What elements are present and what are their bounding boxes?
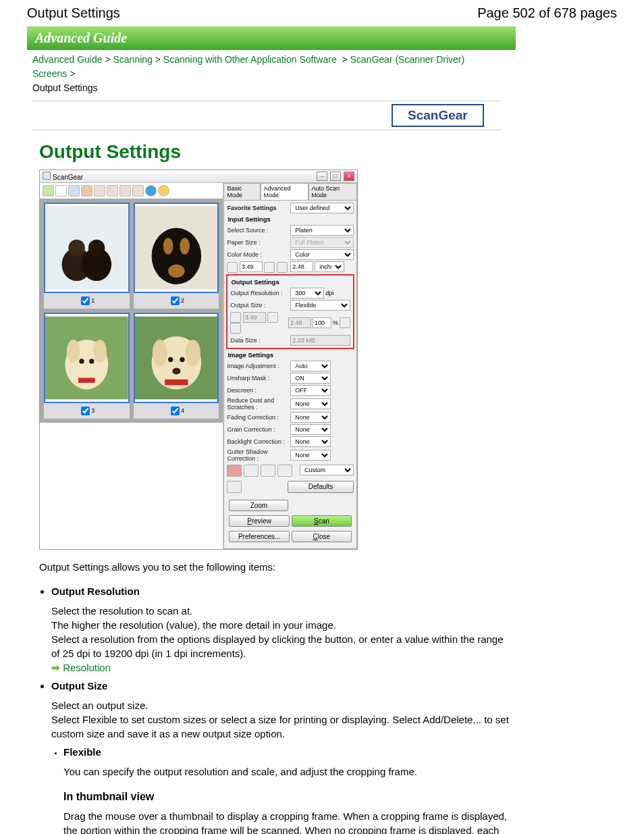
svg-rect-16 (78, 377, 95, 382)
image-setting-select[interactable]: None (290, 412, 331, 423)
final-review-icon[interactable] (227, 481, 242, 493)
image-setting-label: Gutter Shadow Correction : (227, 448, 290, 462)
image-setting-select[interactable]: None (290, 424, 331, 435)
arrow-icon: ➡ (51, 662, 60, 673)
svg-point-12 (67, 340, 80, 363)
input-unit-select[interactable]: inches (315, 261, 344, 272)
page-title: Output Settings (27, 5, 120, 21)
svg-point-8 (180, 238, 190, 255)
close-app-button[interactable]: CloseClose (292, 531, 352, 542)
guide-banner: Advanced Guide (27, 26, 516, 50)
thumbnail-2[interactable]: 2 (134, 203, 219, 309)
histogram-icon[interactable] (261, 465, 275, 477)
page-indicator: Page 502 of 678 pages (477, 5, 617, 21)
maximize-button[interactable]: □ (330, 172, 341, 181)
output-size-label: Output Size : (230, 302, 290, 309)
toolbar-icon[interactable] (81, 185, 92, 197)
image-setting-label: Descreen : (227, 387, 290, 394)
image-setting-select[interactable]: None (290, 450, 331, 461)
favorite-settings-select[interactable]: User defined (290, 203, 354, 213)
thumb-checkbox-3[interactable] (81, 407, 90, 415)
image-setting-select[interactable]: None (290, 398, 331, 409)
res-desc-3: Select a resolution from the options dis… (51, 632, 512, 660)
output-width-field (243, 312, 266, 323)
tab-advanced-mode[interactable]: Advanced Mode (261, 183, 308, 200)
svg-rect-0 (45, 207, 128, 290)
thumbnail-view-desc: Drag the mouse over a thumbnail to displ… (63, 809, 512, 834)
resolution-link[interactable]: Resolution (63, 662, 111, 673)
thumb-checkbox-2[interactable] (171, 296, 180, 305)
svg-point-23 (172, 368, 180, 375)
preview-button[interactable]: PPreviewreview (229, 515, 289, 527)
help-icon[interactable] (158, 185, 169, 197)
image-setting-label: Unsharp Mask : (227, 375, 290, 382)
window-title: ScanGear (53, 174, 83, 181)
custom-select[interactable]: Custom (300, 465, 354, 475)
output-size-heading: Output Size (51, 680, 107, 692)
image-setting-select[interactable]: None (290, 436, 331, 447)
toolbar-icon[interactable] (132, 185, 144, 197)
toolbar-icon[interactable] (94, 185, 105, 197)
breadcrumb-link-scanning-other-app[interactable]: Scanning with Other Application Software (163, 54, 337, 65)
image-setting-select[interactable]: ON (290, 373, 331, 384)
image-setting-select[interactable]: OFF (290, 385, 331, 396)
info-icon[interactable] (145, 185, 157, 197)
svg-point-4 (88, 240, 105, 257)
thumbnail-1[interactable]: 1 (44, 203, 130, 309)
close-button[interactable]: × (344, 172, 354, 181)
tab-basic-mode[interactable]: Basic Mode (223, 183, 260, 200)
breadcrumb-link-advanced-guide[interactable]: Advanced Guide (32, 54, 103, 65)
svg-point-14 (79, 359, 84, 363)
breadcrumb: Advanced Guide > Scanning > Scanning wit… (27, 50, 483, 98)
output-scale-field[interactable] (313, 317, 331, 328)
svg-point-20 (186, 340, 200, 366)
breadcrumb-sep: > (105, 54, 110, 65)
toolbar-icon[interactable] (55, 185, 67, 197)
window-titlebar: ScanGear – □ × (40, 170, 357, 183)
svg-point-19 (152, 340, 167, 366)
data-size-value (290, 335, 350, 346)
scan-button[interactable]: ScanScan (292, 515, 352, 527)
brightness-icon[interactable] (244, 465, 259, 477)
zoom-button[interactable]: Zoom (229, 500, 288, 511)
input-width-field[interactable] (240, 261, 263, 272)
thumb-checkbox-4[interactable] (171, 407, 180, 415)
minimize-button[interactable]: – (317, 172, 327, 181)
image-settings-head: Image Settings (225, 350, 355, 360)
breadcrumb-sep: > (342, 54, 347, 65)
color-adjust-icon[interactable] (227, 465, 242, 477)
svg-point-3 (68, 240, 85, 257)
output-size-field[interactable]: Flexible (290, 300, 350, 311)
swap-icon[interactable] (264, 262, 275, 273)
toolbar-icon[interactable] (68, 185, 80, 197)
color-mode-field[interactable]: Color (290, 249, 354, 260)
input-height-field[interactable] (290, 261, 313, 272)
toolbar-icon[interactable] (107, 185, 118, 197)
thumbnail-3[interactable]: 3 (44, 313, 130, 419)
orientation-icon[interactable] (340, 317, 350, 328)
breadcrumb-sep: > (155, 54, 161, 65)
image-setting-select[interactable]: Auto (290, 361, 331, 371)
output-settings-head: Output Settings (229, 277, 352, 287)
tone-curve-icon[interactable] (277, 465, 292, 477)
image-setting-label: Image Adjustment : (227, 363, 290, 369)
thumbnail-4[interactable]: 4 (134, 313, 219, 419)
breadcrumb-link-scanning[interactable]: Scanning (113, 54, 153, 65)
defaults-button[interactable]: Defaults (288, 481, 354, 493)
output-resolution-field[interactable]: 300 (290, 288, 324, 298)
tab-auto-scan-mode[interactable]: Auto Scan Mode (308, 183, 357, 200)
divider (32, 130, 502, 130)
image-setting-label: Backlight Correction : (227, 438, 290, 445)
percent-unit: % (333, 319, 338, 326)
dpi-unit: dpi (325, 290, 333, 296)
toolbar-icon[interactable] (119, 185, 131, 197)
breadcrumb-sep: > (70, 68, 75, 79)
toolbar-icon[interactable] (43, 185, 54, 197)
preferences-button[interactable]: Preferences... (229, 531, 289, 542)
output-resolution-heading: Output Resolution (51, 585, 140, 597)
link-icon[interactable] (267, 312, 278, 323)
output-height-field (288, 317, 311, 328)
thumb-index-2: 2 (181, 297, 184, 304)
thumb-checkbox-1[interactable] (81, 296, 90, 305)
select-source-field[interactable]: Platen (290, 225, 354, 236)
